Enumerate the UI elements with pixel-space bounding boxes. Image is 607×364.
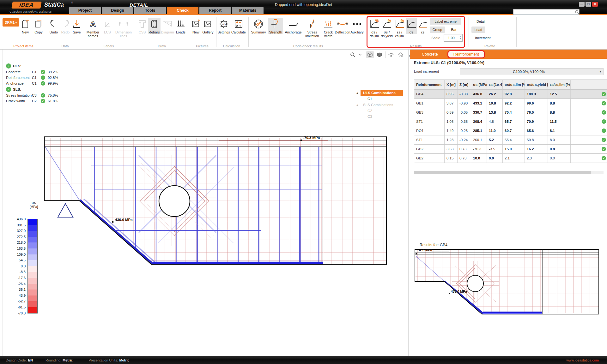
calculate-button[interactable]: Calculate <box>231 18 246 34</box>
copy-button[interactable]: Copy <box>32 18 45 34</box>
minimize-button[interactable]: — <box>579 2 585 7</box>
maximize-button[interactable]: ▢ <box>586 2 591 7</box>
tree-item-uls[interactable]: ◢ULS Combinations <box>356 90 403 96</box>
units-label: Presentation Units: <box>89 358 118 362</box>
scrollbar-thumb[interactable] <box>414 171 591 174</box>
zoom-icon[interactable] <box>349 51 356 58</box>
table-row[interactable]: GB40.95-0.38436.026.292.8100.312.5✓ <box>414 90 607 99</box>
tab-report[interactable]: Report <box>199 7 231 14</box>
column-header[interactable]: Reinforcement▼ <box>414 80 445 89</box>
table-cell: -0.23 <box>458 126 471 135</box>
tab-tools[interactable]: Tools <box>134 7 166 14</box>
stress-limitation-button[interactable]: Stress limitation <box>303 18 322 38</box>
summary-label: Summary <box>251 30 266 34</box>
deflection-button[interactable]: Deflection <box>334 18 351 34</box>
palette-detail-toggle[interactable]: Detail <box>471 18 490 25</box>
result-eps-button[interactable]: εs <box>417 18 428 34</box>
search-input[interactable] <box>513 10 575 14</box>
table-cell: GB2 <box>414 154 445 163</box>
column-header[interactable]: X [m] <box>445 80 458 89</box>
drm-dropdown[interactable]: DRM1 ▾ <box>3 18 19 27</box>
close-button[interactable]: ✕ <box>592 2 598 7</box>
lcs-icon <box>102 18 113 30</box>
view-wireframe-icon[interactable] <box>366 51 374 58</box>
auxiliary-button[interactable]: Auxiliary <box>349 18 365 34</box>
website-link[interactable]: www.ideastatica.com <box>566 358 599 362</box>
expander-icon[interactable]: ◢ <box>356 104 361 106</box>
result-sigma-yield-button[interactable]: % σs / σs,yield <box>380 18 393 38</box>
table-row[interactable]: ST11.08-0.38308.44.865.770.911.5✓ <box>414 117 607 126</box>
label-extreme-toggle[interactable]: Label extreme <box>430 18 461 25</box>
table-cell: 285.1 <box>471 126 487 135</box>
summary-button[interactable]: Summary <box>251 18 266 34</box>
tab-project[interactable]: Project <box>69 7 101 14</box>
scale-spinner[interactable]: 1.00 ▲▼ <box>444 34 463 42</box>
table-row[interactable]: RO11.49-0.23285.111.060.765.68.1✓ <box>414 126 607 135</box>
anchorage-button[interactable]: Anchorage <box>285 18 302 34</box>
table-cell: 0.15 <box>445 154 458 163</box>
column-header[interactable]: εs/εs,lim [%] <box>548 80 571 89</box>
ribbon: DRM1 ▾ New Copy Project items Undo Redo … <box>0 15 607 50</box>
expander-icon[interactable]: ◢ <box>356 92 361 94</box>
result-sigma-button[interactable]: σs <box>406 18 417 34</box>
svg-text:A: A <box>90 19 96 29</box>
member-names-button[interactable]: A Member names <box>83 18 102 38</box>
column-header[interactable]: σs/σs,yield [%] <box>525 80 548 89</box>
tree-item-c2[interactable]: C2 <box>356 108 403 113</box>
undo-button[interactable]: Undo <box>47 18 60 34</box>
rebars-button[interactable]: Rebars <box>148 18 161 34</box>
mini-beam-drawing: -2.8 MPa 436.0 MPa <box>414 248 603 330</box>
tab-materials[interactable]: Materials <box>232 7 264 14</box>
group-caption-pictures: Pictures <box>190 44 215 48</box>
zoom-dropdown-chevron-icon[interactable] <box>358 51 362 58</box>
gallery-button[interactable]: Gallery <box>201 18 215 34</box>
scale-unit: [MPa] <box>26 205 41 209</box>
scale-tick-label: 0.0 <box>12 264 26 268</box>
save-button[interactable]: Save <box>70 18 83 34</box>
group-toggle[interactable]: Group <box>430 27 445 33</box>
section-clip-icon[interactable] <box>387 51 395 58</box>
result-sigma-lim-button[interactable]: % σs / σs,lim <box>368 18 380 38</box>
bar-toggle[interactable]: Bar <box>447 27 461 33</box>
table-cell: 92.8 <box>503 90 525 98</box>
panel-divider[interactable] <box>408 50 409 356</box>
palette-increment-toggle[interactable]: Increment <box>471 35 494 41</box>
design-code-label: Design Code: <box>6 358 27 362</box>
window-title: Dapped end with opening.ideaDet <box>0 3 607 7</box>
tree-item-sls[interactable]: ◢SLS Combinations <box>356 102 403 108</box>
tab-concrete[interactable]: Concrete <box>422 52 438 57</box>
mini-beam-outline <box>415 249 599 314</box>
column-header[interactable]: σs [MPa] <box>471 80 487 89</box>
palette-load-toggle[interactable]: Load <box>471 27 485 33</box>
tree-item-c1[interactable]: C1 <box>356 96 403 101</box>
table-row[interactable]: GB20.150.7310.00.02.12.30.0✓ <box>414 154 607 163</box>
loads-button[interactable]: Loads <box>174 18 187 34</box>
table-row[interactable]: GB30.59-0.05330.713.870.476.08.8✓ <box>414 108 607 117</box>
table-row[interactable]: GB13.67-0.90433.119.892.299.68.8✓ <box>414 99 607 108</box>
new-project-button[interactable]: New <box>19 18 32 34</box>
tab-design[interactable]: Design <box>102 7 133 14</box>
tree-item-c3[interactable]: C3 <box>356 114 403 119</box>
table-cell: 2.1 <box>503 154 525 163</box>
spinner-arrows-icon[interactable]: ▲▼ <box>458 36 462 40</box>
result-eps-lim-button[interactable]: % εs / εs,lim <box>394 18 405 38</box>
tab-reinforcement[interactable]: Reinforcement <box>447 50 485 58</box>
scale-value[interactable]: 1.00 <box>444 36 458 40</box>
new-picture-button[interactable]: New <box>190 18 202 34</box>
view-solid-icon[interactable] <box>376 51 383 58</box>
table-cell: 433.1 <box>471 99 487 108</box>
tab-check[interactable]: Check <box>167 7 198 14</box>
main-canvas[interactable]: ✓ULS: ConcreteC1✓39.2% ReinforcementC1✓9… <box>3 50 409 356</box>
table-row[interactable]: GB23.630.73-70.3-3.515.016.20.8✓ <box>414 145 607 154</box>
search-icon[interactable] <box>575 10 579 14</box>
table-row[interactable]: ST11.23-0.24260.15.255.459.88.0✓ <box>414 135 607 145</box>
home-icon[interactable] <box>397 51 404 58</box>
strength-button[interactable]: Strength <box>268 18 283 34</box>
column-header[interactable]: εs [1e-4] <box>487 80 503 89</box>
table-h-scrollbar[interactable] <box>414 171 604 174</box>
load-increment-dropdown[interactable]: G100.0%, V100.0% ▼ <box>460 68 604 75</box>
column-header[interactable]: Z [m] <box>458 80 471 89</box>
table-cell: 60.7 <box>503 126 525 135</box>
column-header[interactable]: σs/σs,lim [%] <box>503 80 525 89</box>
settings-button[interactable]: </> Settings <box>217 18 231 34</box>
